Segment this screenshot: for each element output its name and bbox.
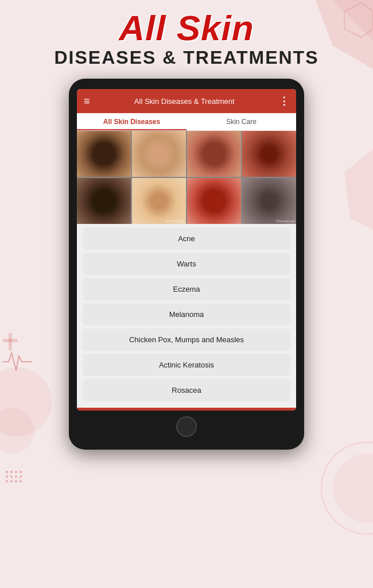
svg-rect-17 <box>15 480 17 482</box>
svg-point-2 <box>0 368 52 436</box>
grid-image-3[interactable] <box>187 131 241 177</box>
disease-item-rosacea[interactable]: Rosacea <box>83 379 290 401</box>
disease-item-warts[interactable]: Warts <box>83 253 290 275</box>
tab-all-skin-diseases[interactable]: All Skin Diseases <box>77 113 187 130</box>
grid-image-6[interactable]: ©Dermnet.com <box>132 178 186 224</box>
disease-list: Acne Warts Eczema Melanoma Chicken Pox, … <box>77 224 296 408</box>
grid-image-4[interactable] <box>242 131 296 177</box>
svg-rect-13 <box>15 475 17 478</box>
svg-rect-7 <box>6 471 8 473</box>
grid-image-5[interactable] <box>77 178 131 224</box>
header: All Skin DISEASES & TREATMENTS <box>0 0 373 74</box>
svg-rect-11 <box>6 475 8 478</box>
bottom-bar <box>77 408 296 411</box>
disease-item-chicken-pox[interactable]: Chicken Pox, Mumps and Measles <box>83 328 290 351</box>
svg-rect-6 <box>3 339 18 342</box>
svg-rect-10 <box>20 471 22 473</box>
svg-rect-12 <box>10 475 13 478</box>
disease-item-melanoma[interactable]: Melanoma <box>83 303 290 326</box>
tablet-screen: ≡ All Skin Diseases & Treatment ⋮ All Sk… <box>77 89 296 411</box>
svg-rect-16 <box>10 480 13 482</box>
svg-rect-9 <box>15 471 17 473</box>
grid-image-2[interactable] <box>132 131 186 177</box>
app-bar: ≡ All Skin Diseases & Treatment ⋮ <box>77 89 296 113</box>
svg-rect-14 <box>20 475 22 478</box>
svg-rect-18 <box>20 480 22 482</box>
svg-point-19 <box>321 442 373 534</box>
header-title-main: DISEASES & TREATMENTS <box>11 47 362 68</box>
tabs-row: All Skin Diseases Skin Care <box>77 113 296 131</box>
header-title-italic: All Skin <box>11 10 362 46</box>
svg-point-3 <box>0 408 34 454</box>
svg-marker-4 <box>344 149 373 230</box>
grid-image-1[interactable] <box>77 131 131 177</box>
image-grid: ©Dermnet.com ©Dermnet.com <box>77 131 296 224</box>
grid-image-7[interactable] <box>187 178 241 224</box>
svg-rect-15 <box>6 480 8 482</box>
tab-skin-care[interactable]: Skin Care <box>187 113 296 130</box>
tablet-frame: ≡ All Skin Diseases & Treatment ⋮ All Sk… <box>69 79 304 450</box>
app-bar-title: All Skin Diseases & Treatment <box>96 97 273 106</box>
grid-image-8[interactable]: ©Dermnet.com <box>242 178 296 224</box>
disease-item-acne[interactable]: Acne <box>83 227 290 250</box>
hamburger-icon[interactable]: ≡ <box>84 95 90 107</box>
svg-rect-5 <box>9 333 12 350</box>
tablet-home-button[interactable] <box>176 416 197 437</box>
svg-point-20 <box>333 454 373 523</box>
svg-rect-8 <box>10 471 13 473</box>
disease-item-actinic[interactable]: Actinic Keratosis <box>83 354 290 376</box>
more-icon[interactable]: ⋮ <box>279 95 289 107</box>
disease-item-eczema[interactable]: Eczema <box>83 278 290 300</box>
